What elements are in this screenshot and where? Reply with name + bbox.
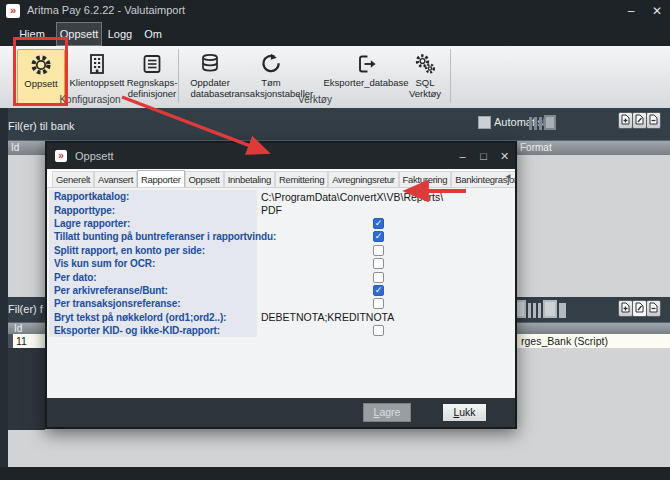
minimize-button[interactable]: –	[618, 0, 644, 22]
ribbon: Oppsett Klientoppsett Regnskaps- definis…	[0, 46, 670, 109]
setting-checkbox[interactable]	[373, 325, 384, 336]
setting-checkbox[interactable]: ✓	[373, 218, 384, 229]
dialog-content: Rapportkatalog: C:\ProgramData\ConvertX\…	[47, 188, 515, 398]
file-edit-icon	[635, 302, 644, 313]
cell-id: 11	[16, 335, 27, 347]
setting-label: Splitt rapport, en konto per side:	[49, 244, 257, 257]
file-plus-icon	[621, 302, 630, 313]
export-icon	[354, 52, 378, 80]
settings-row: Bryt tekst på nøkkelord (ord1;ord2..): D…	[49, 311, 513, 324]
ribbon-group-separator	[178, 49, 179, 103]
dialog-maximize-button[interactable]: □	[473, 143, 494, 169]
dialog-tab-fakturering[interactable]: Fakturering	[399, 171, 452, 187]
settings-row: Tillatt bunting på buntreferanser i rapp…	[49, 230, 513, 243]
settings-row: Rapporttype: PDF	[49, 203, 513, 216]
row-selector[interactable]	[8, 334, 13, 348]
window-titlebar: » Aritma Pay 6.2.22 - Valutaimport – ✕	[0, 0, 670, 22]
setting-label: Eksporter KID- og ikke-KID-rapport:	[49, 324, 257, 337]
setting-label: Rapporttype:	[49, 203, 257, 216]
settings-row: Per transaksjonsreferanse:	[49, 297, 513, 310]
window-left-frame	[0, 108, 8, 467]
dialog-tabstrip: GenereltAvansertRapporterOppsettInnbetal…	[47, 169, 515, 188]
save-button[interactable]: Lagre	[363, 403, 411, 422]
column-header-id: Id	[11, 142, 19, 153]
edit-file-button[interactable]	[632, 300, 647, 317]
close-dialog-button[interactable]: Lukk	[442, 403, 487, 422]
add-file-button[interactable]	[618, 300, 633, 317]
setting-checkbox[interactable]: ✓	[373, 231, 384, 242]
section-title: Fil(er) f	[8, 303, 43, 315]
render-artifact-icons	[512, 300, 566, 318]
dialog-tab-generelt[interactable]: Generelt	[52, 171, 94, 187]
dialog-tab-remittering[interactable]: Remittering	[275, 171, 328, 187]
settings-row: Per dato:	[49, 270, 513, 283]
ribbon-tab-om[interactable]: Om	[140, 22, 166, 46]
settings-row: Rapportkatalog: C:\ProgramData\ConvertX\…	[49, 190, 513, 203]
dialog-tab-avregningsretur[interactable]: Avregningsretur	[328, 171, 398, 187]
column-header-id: Id	[14, 323, 22, 334]
column-header-format: Format	[520, 142, 552, 153]
ribbon-button-label: Eksporter_database	[323, 78, 408, 89]
setting-label: Per transaksjonsreferanse:	[49, 297, 257, 310]
add-file-button[interactable]	[618, 112, 633, 129]
setting-label: Per dato:	[49, 270, 257, 283]
settings-row: Vis kun sum for OCR:	[49, 257, 513, 270]
database-icon	[198, 52, 222, 80]
annotation-highlight-rectangle	[13, 37, 68, 106]
section-title: Fil(er) til bank	[8, 120, 75, 132]
settings-dialog: » Oppsett – □ ✕ GenereltAvansertRapporte…	[45, 141, 517, 429]
building-icon	[85, 52, 109, 80]
dialog-tab-avansert[interactable]: Avansert	[94, 171, 137, 187]
settings-row: Lagre rapporter: ✓	[49, 217, 513, 230]
setting-checkbox[interactable]	[373, 258, 384, 269]
window-title: Aritma Pay 6.2.22 - Valutaimport	[27, 4, 185, 16]
settings-row: Splitt rapport, en konto per side:	[49, 244, 513, 257]
file-minus-icon	[649, 302, 658, 313]
ribbon-group-label-verktoy: Verktøy	[181, 94, 449, 106]
dialog-tab-oppsett[interactable]: Oppsett	[185, 171, 224, 187]
cell-format: rges_Bank (Script)	[521, 335, 608, 347]
gears-icon	[413, 52, 437, 80]
setting-label: Per arkivreferanse/Bunt:	[49, 284, 257, 297]
setting-label: Lagre rapporter:	[49, 217, 257, 230]
dialog-tab-innbetaling[interactable]: Innbetaling	[224, 171, 275, 187]
section-files-to-bank-bar: Fil(er) til bank Automatisk	[0, 108, 670, 140]
settings-row: Eksporter KID- og ikke-KID-rapport:	[49, 324, 513, 337]
setting-checkbox[interactable]	[373, 272, 384, 283]
ribbon-tab-logg[interactable]: Logg	[104, 22, 136, 46]
dialog-tab-rapporter[interactable]: Rapporter	[137, 170, 185, 187]
dialog-titlebar: » Oppsett – □ ✕	[47, 143, 515, 169]
list-icon	[140, 52, 164, 80]
render-artifact-icons	[529, 114, 556, 130]
grid-from-bank-left-fill	[8, 348, 45, 430]
tab-scroll-left-icon[interactable]: ◄	[504, 172, 512, 181]
setting-value-text[interactable]: DEBETNOTA;KREDITNOTA	[257, 311, 394, 323]
window-bottom-strip	[0, 467, 670, 480]
ribbon-tabstrip: HjemOppsettLoggOm	[0, 22, 670, 46]
file-edit-icon	[635, 114, 644, 125]
edit-file-button[interactable]	[632, 112, 647, 129]
setting-checkbox[interactable]	[373, 298, 384, 309]
setting-label: Bryt tekst på nøkkelord (ord1;ord2..):	[49, 311, 257, 324]
dialog-minimize-button[interactable]: –	[452, 143, 473, 169]
remove-file-button[interactable]	[646, 300, 661, 317]
file-minus-icon	[649, 114, 658, 125]
app-window: » Aritma Pay 6.2.22 - Valutaimport – ✕ H…	[0, 0, 670, 480]
dialog-title: Oppsett	[75, 150, 452, 162]
automatic-checkbox[interactable]	[478, 116, 491, 129]
setting-value-text[interactable]: C:\ProgramData\ConvertX\VB\Reports\	[257, 191, 443, 203]
app-icon: »	[6, 4, 20, 18]
remove-file-button[interactable]	[646, 112, 661, 129]
app-icon: »	[55, 150, 67, 162]
file-plus-icon	[621, 114, 630, 125]
ribbon-group-separator	[450, 49, 451, 103]
setting-value-text[interactable]: PDF	[257, 204, 282, 216]
setting-label: Vis kun sum for OCR:	[49, 257, 257, 270]
setting-checkbox[interactable]	[373, 245, 384, 256]
settings-row: Per arkivreferanse/Bunt: ✓	[49, 284, 513, 297]
setting-checkbox[interactable]: ✓	[373, 285, 384, 296]
close-button[interactable]: ✕	[644, 0, 670, 22]
setting-label: Tillatt bunting på buntreferanser i rapp…	[49, 230, 257, 243]
undo-icon	[259, 52, 283, 80]
dialog-close-button[interactable]: ✕	[494, 143, 515, 169]
